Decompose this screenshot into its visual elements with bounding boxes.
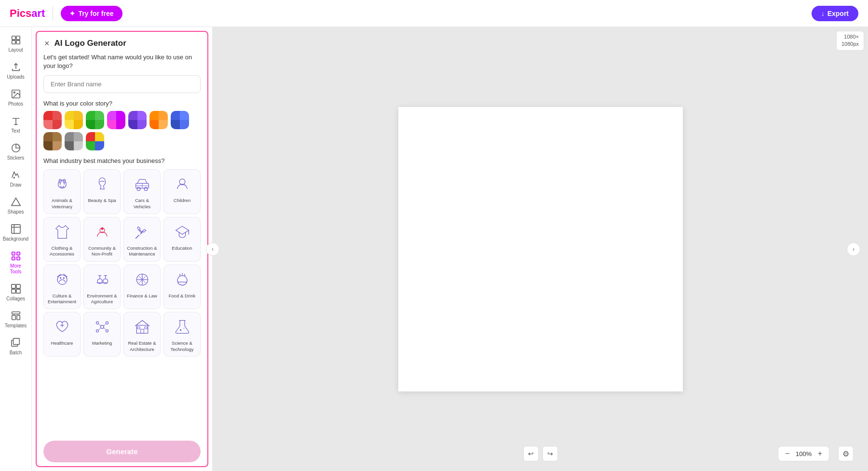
- redo-button[interactable]: ↪: [542, 446, 558, 461]
- industry-clothing[interactable]: Clothing &Accessories: [43, 217, 81, 262]
- sidebar-item-batch[interactable]: Batch: [2, 334, 29, 360]
- color-swatch-gray[interactable]: [65, 132, 83, 150]
- more-tools-icon: [11, 251, 21, 261]
- color-swatch-multicolor[interactable]: [86, 132, 104, 150]
- sidebar-item-uploads-label: Uploads: [7, 74, 25, 80]
- industry-environment-label: Environment &Agriculture: [87, 293, 117, 305]
- color-swatch-yellow[interactable]: [65, 111, 83, 129]
- sidebar-item-shapes[interactable]: Shapes: [2, 193, 29, 219]
- canvas-size-label: 1080×1080px: [841, 34, 859, 47]
- settings-button[interactable]: ⚙: [838, 446, 854, 461]
- templates-icon: [11, 310, 21, 321]
- draw-icon: [11, 170, 21, 180]
- collapse-panel-button[interactable]: ‹: [206, 242, 219, 256]
- sidebar-item-background[interactable]: Background: [2, 220, 29, 246]
- sidebar-item-text[interactable]: Text: [2, 112, 29, 138]
- sidebar-item-text-label: Text: [11, 128, 20, 134]
- picsart-logo: Picsart: [10, 7, 45, 20]
- industry-education[interactable]: Education: [163, 217, 201, 262]
- photos-icon: [11, 89, 21, 99]
- svg-point-7: [14, 177, 14, 178]
- color-swatch-blue[interactable]: [171, 111, 189, 129]
- svg-point-35: [60, 277, 61, 279]
- sidebar-item-layout[interactable]: Layout: [2, 31, 29, 57]
- industry-beauty-label: Beauty & Spa: [88, 198, 116, 203]
- industry-culture[interactable]: Culture &Entertainment: [43, 265, 81, 310]
- color-swatch-warm-red[interactable]: [43, 111, 62, 129]
- industry-healthcare[interactable]: Healthcare: [43, 312, 81, 357]
- industry-real-estate[interactable]: Real Estate &Architecture: [123, 312, 161, 357]
- svg-rect-20: [16, 315, 19, 320]
- industry-community[interactable]: Community &Non-Profit: [83, 217, 121, 262]
- industry-construction-label: Construction &Maintenance: [127, 245, 157, 257]
- generate-button[interactable]: Generate: [43, 441, 201, 462]
- industry-environment[interactable]: Environment &Agriculture: [83, 265, 121, 310]
- svg-rect-3: [16, 40, 19, 44]
- bottom-toolbar: ↩ ↪: [523, 446, 558, 461]
- food-icon: [172, 269, 193, 290]
- color-swatch-brown[interactable]: [43, 132, 62, 150]
- zoom-out-button[interactable]: −: [783, 448, 791, 459]
- industry-culture-label: Culture &Entertainment: [48, 293, 76, 305]
- color-swatch-orange[interactable]: [149, 111, 168, 129]
- industry-construction[interactable]: Construction &Maintenance: [123, 217, 161, 262]
- industry-beauty[interactable]: Beauty & Spa: [83, 169, 121, 214]
- science-icon: [172, 316, 193, 337]
- sidebar-item-stickers[interactable]: Stickers: [2, 139, 29, 165]
- color-swatch-purple-blue[interactable]: [128, 111, 147, 129]
- industry-education-label: Education: [172, 245, 192, 251]
- color-swatch-pink-purple[interactable]: [107, 111, 125, 129]
- industry-food[interactable]: Food & Drink: [163, 265, 201, 310]
- sidebar-item-uploads[interactable]: Uploads: [2, 58, 29, 84]
- children-icon: [172, 174, 193, 195]
- export-button[interactable]: ↓ Export: [812, 6, 858, 21]
- industry-clothing-label: Clothing &Accessories: [50, 245, 74, 257]
- export-label: Export: [827, 10, 849, 17]
- svg-rect-19: [12, 315, 15, 320]
- industry-children[interactable]: Children: [163, 169, 201, 214]
- sidebar-item-more-tools-label: More Tools: [4, 263, 27, 275]
- svg-rect-0: [12, 36, 15, 40]
- panel-header: × AI Logo Generator: [37, 32, 207, 53]
- sidebar-item-more-tools[interactable]: More Tools: [2, 247, 29, 279]
- svg-point-48: [96, 330, 98, 332]
- svg-rect-12: [12, 257, 14, 260]
- undo-button[interactable]: ↩: [523, 446, 539, 461]
- industry-cars[interactable]: Cars & Vehicles: [123, 169, 161, 214]
- expand-right-button[interactable]: ›: [847, 242, 860, 256]
- color-swatch-green[interactable]: [86, 111, 104, 129]
- brand-name-input[interactable]: [43, 75, 201, 93]
- svg-rect-18: [12, 312, 20, 314]
- industry-science[interactable]: Science &Technology: [163, 312, 201, 357]
- svg-line-53: [103, 328, 106, 330]
- svg-point-49: [106, 330, 108, 332]
- industry-marketing[interactable]: Marketing: [83, 312, 121, 357]
- header-divider: [53, 6, 53, 21]
- zoom-in-button[interactable]: +: [816, 448, 824, 459]
- industry-finance[interactable]: Finance & Law: [123, 265, 161, 310]
- svg-rect-15: [16, 284, 20, 288]
- sidebar-item-background-label: Background: [3, 236, 28, 242]
- sidebar-item-templates[interactable]: Templates: [2, 307, 29, 333]
- education-icon: [172, 221, 193, 242]
- industry-real-estate-label: Real Estate &Architecture: [128, 340, 156, 352]
- canvas-size-badge: 1080×1080px: [836, 31, 864, 51]
- svg-point-26: [63, 183, 65, 185]
- try-free-button[interactable]: ✦ Try for free: [61, 6, 122, 21]
- industry-children-label: Children: [174, 198, 190, 203]
- industry-grid: Animals &Veterinary Beauty & Spa Cars & …: [43, 169, 201, 357]
- svg-point-36: [63, 277, 64, 279]
- close-button[interactable]: ×: [44, 39, 50, 48]
- panel-title: AI Logo Generator: [54, 39, 126, 48]
- sidebar-item-draw[interactable]: Draw: [2, 166, 29, 192]
- clothing-icon: [52, 221, 73, 242]
- upload-icon: [11, 62, 21, 72]
- sidebar-item-collages[interactable]: Collages: [2, 280, 29, 306]
- beauty-icon: [92, 174, 113, 195]
- svg-point-60: [183, 328, 185, 330]
- industry-animals[interactable]: Animals &Veterinary: [43, 169, 81, 214]
- industry-community-label: Community &Non-Profit: [88, 245, 116, 257]
- svg-rect-57: [145, 327, 147, 329]
- svg-marker-8: [11, 198, 20, 206]
- sidebar-item-photos[interactable]: Photos: [2, 85, 29, 111]
